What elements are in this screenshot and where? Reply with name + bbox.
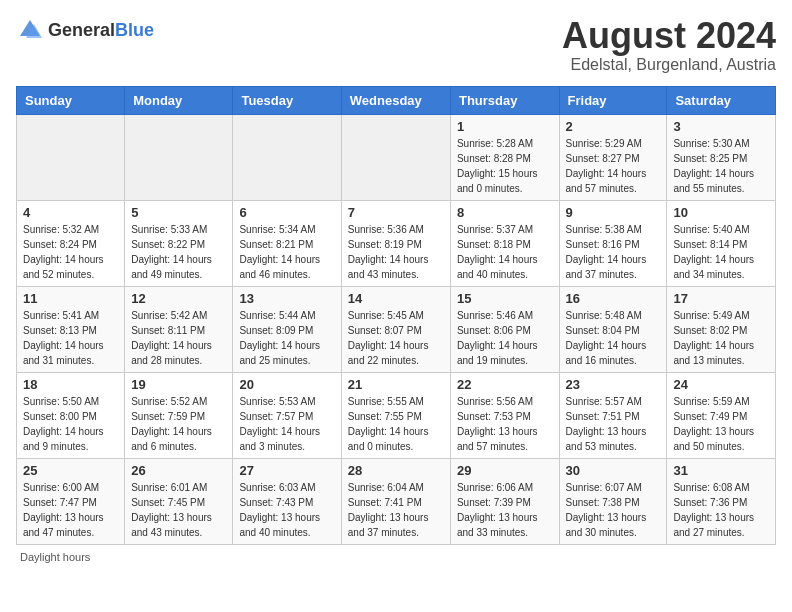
- day-number: 31: [673, 463, 769, 478]
- day-info: Sunrise: 5:56 AM Sunset: 7:53 PM Dayligh…: [457, 394, 553, 454]
- day-info: Sunrise: 5:50 AM Sunset: 8:00 PM Dayligh…: [23, 394, 118, 454]
- calendar-cell: 27Sunrise: 6:03 AM Sunset: 7:43 PM Dayli…: [233, 458, 341, 544]
- day-number: 11: [23, 291, 118, 306]
- calendar-cell: 7Sunrise: 5:36 AM Sunset: 8:19 PM Daylig…: [341, 200, 450, 286]
- day-info: Sunrise: 6:01 AM Sunset: 7:45 PM Dayligh…: [131, 480, 226, 540]
- logo-icon: [16, 16, 44, 44]
- day-info: Sunrise: 5:29 AM Sunset: 8:27 PM Dayligh…: [566, 136, 661, 196]
- calendar-week-row: 4Sunrise: 5:32 AM Sunset: 8:24 PM Daylig…: [17, 200, 776, 286]
- day-number: 29: [457, 463, 553, 478]
- day-number: 20: [239, 377, 334, 392]
- day-info: Sunrise: 5:32 AM Sunset: 8:24 PM Dayligh…: [23, 222, 118, 282]
- calendar-cell: 1Sunrise: 5:28 AM Sunset: 8:28 PM Daylig…: [450, 114, 559, 200]
- day-number: 5: [131, 205, 226, 220]
- calendar-header-row: SundayMondayTuesdayWednesdayThursdayFrid…: [17, 86, 776, 114]
- day-info: Sunrise: 5:34 AM Sunset: 8:21 PM Dayligh…: [239, 222, 334, 282]
- footer-note: Daylight hours: [16, 551, 776, 563]
- weekday-header: Monday: [125, 86, 233, 114]
- calendar-cell: 11Sunrise: 5:41 AM Sunset: 8:13 PM Dayli…: [17, 286, 125, 372]
- day-info: Sunrise: 5:57 AM Sunset: 7:51 PM Dayligh…: [566, 394, 661, 454]
- weekday-header: Sunday: [17, 86, 125, 114]
- day-number: 8: [457, 205, 553, 220]
- day-info: Sunrise: 5:28 AM Sunset: 8:28 PM Dayligh…: [457, 136, 553, 196]
- day-number: 19: [131, 377, 226, 392]
- calendar-week-row: 11Sunrise: 5:41 AM Sunset: 8:13 PM Dayli…: [17, 286, 776, 372]
- weekday-header: Tuesday: [233, 86, 341, 114]
- day-number: 28: [348, 463, 444, 478]
- logo-general: General: [48, 20, 115, 40]
- logo-blue: Blue: [115, 20, 154, 40]
- weekday-header: Thursday: [450, 86, 559, 114]
- day-number: 3: [673, 119, 769, 134]
- day-info: Sunrise: 5:53 AM Sunset: 7:57 PM Dayligh…: [239, 394, 334, 454]
- day-info: Sunrise: 5:49 AM Sunset: 8:02 PM Dayligh…: [673, 308, 769, 368]
- day-info: Sunrise: 5:59 AM Sunset: 7:49 PM Dayligh…: [673, 394, 769, 454]
- day-number: 7: [348, 205, 444, 220]
- calendar-cell: 6Sunrise: 5:34 AM Sunset: 8:21 PM Daylig…: [233, 200, 341, 286]
- calendar-cell: 19Sunrise: 5:52 AM Sunset: 7:59 PM Dayli…: [125, 372, 233, 458]
- calendar-cell: 31Sunrise: 6:08 AM Sunset: 7:36 PM Dayli…: [667, 458, 776, 544]
- calendar-cell: 15Sunrise: 5:46 AM Sunset: 8:06 PM Dayli…: [450, 286, 559, 372]
- day-number: 2: [566, 119, 661, 134]
- page-header: GeneralBlue August 2024 Edelstal, Burgen…: [16, 16, 776, 74]
- weekday-header: Saturday: [667, 86, 776, 114]
- calendar-cell: 18Sunrise: 5:50 AM Sunset: 8:00 PM Dayli…: [17, 372, 125, 458]
- day-info: Sunrise: 5:44 AM Sunset: 8:09 PM Dayligh…: [239, 308, 334, 368]
- weekday-header: Friday: [559, 86, 667, 114]
- day-number: 6: [239, 205, 334, 220]
- day-number: 21: [348, 377, 444, 392]
- day-number: 13: [239, 291, 334, 306]
- day-info: Sunrise: 5:48 AM Sunset: 8:04 PM Dayligh…: [566, 308, 661, 368]
- day-info: Sunrise: 5:38 AM Sunset: 8:16 PM Dayligh…: [566, 222, 661, 282]
- day-info: Sunrise: 5:41 AM Sunset: 8:13 PM Dayligh…: [23, 308, 118, 368]
- day-info: Sunrise: 5:33 AM Sunset: 8:22 PM Dayligh…: [131, 222, 226, 282]
- calendar-cell: 5Sunrise: 5:33 AM Sunset: 8:22 PM Daylig…: [125, 200, 233, 286]
- day-info: Sunrise: 6:06 AM Sunset: 7:39 PM Dayligh…: [457, 480, 553, 540]
- day-info: Sunrise: 5:52 AM Sunset: 7:59 PM Dayligh…: [131, 394, 226, 454]
- day-number: 16: [566, 291, 661, 306]
- day-info: Sunrise: 5:36 AM Sunset: 8:19 PM Dayligh…: [348, 222, 444, 282]
- calendar-cell: 14Sunrise: 5:45 AM Sunset: 8:07 PM Dayli…: [341, 286, 450, 372]
- day-number: 9: [566, 205, 661, 220]
- calendar-table: SundayMondayTuesdayWednesdayThursdayFrid…: [16, 86, 776, 545]
- day-number: 24: [673, 377, 769, 392]
- calendar-cell: [341, 114, 450, 200]
- day-number: 15: [457, 291, 553, 306]
- calendar-cell: 4Sunrise: 5:32 AM Sunset: 8:24 PM Daylig…: [17, 200, 125, 286]
- calendar-cell: 22Sunrise: 5:56 AM Sunset: 7:53 PM Dayli…: [450, 372, 559, 458]
- weekday-header: Wednesday: [341, 86, 450, 114]
- calendar-cell: 8Sunrise: 5:37 AM Sunset: 8:18 PM Daylig…: [450, 200, 559, 286]
- calendar-cell: [233, 114, 341, 200]
- title-block: August 2024 Edelstal, Burgenland, Austri…: [562, 16, 776, 74]
- day-info: Sunrise: 5:37 AM Sunset: 8:18 PM Dayligh…: [457, 222, 553, 282]
- day-number: 14: [348, 291, 444, 306]
- day-info: Sunrise: 5:46 AM Sunset: 8:06 PM Dayligh…: [457, 308, 553, 368]
- calendar-cell: 24Sunrise: 5:59 AM Sunset: 7:49 PM Dayli…: [667, 372, 776, 458]
- calendar-cell: 3Sunrise: 5:30 AM Sunset: 8:25 PM Daylig…: [667, 114, 776, 200]
- day-info: Sunrise: 6:07 AM Sunset: 7:38 PM Dayligh…: [566, 480, 661, 540]
- day-number: 4: [23, 205, 118, 220]
- calendar-week-row: 25Sunrise: 6:00 AM Sunset: 7:47 PM Dayli…: [17, 458, 776, 544]
- calendar-cell: [17, 114, 125, 200]
- day-number: 18: [23, 377, 118, 392]
- calendar-cell: 28Sunrise: 6:04 AM Sunset: 7:41 PM Dayli…: [341, 458, 450, 544]
- day-info: Sunrise: 6:04 AM Sunset: 7:41 PM Dayligh…: [348, 480, 444, 540]
- calendar-cell: 10Sunrise: 5:40 AM Sunset: 8:14 PM Dayli…: [667, 200, 776, 286]
- day-number: 25: [23, 463, 118, 478]
- day-info: Sunrise: 5:30 AM Sunset: 8:25 PM Dayligh…: [673, 136, 769, 196]
- day-number: 27: [239, 463, 334, 478]
- calendar-cell: 26Sunrise: 6:01 AM Sunset: 7:45 PM Dayli…: [125, 458, 233, 544]
- day-number: 1: [457, 119, 553, 134]
- calendar-week-row: 1Sunrise: 5:28 AM Sunset: 8:28 PM Daylig…: [17, 114, 776, 200]
- logo-text: GeneralBlue: [48, 20, 154, 41]
- calendar-cell: 23Sunrise: 5:57 AM Sunset: 7:51 PM Dayli…: [559, 372, 667, 458]
- day-number: 12: [131, 291, 226, 306]
- calendar-cell: 13Sunrise: 5:44 AM Sunset: 8:09 PM Dayli…: [233, 286, 341, 372]
- calendar-cell: 29Sunrise: 6:06 AM Sunset: 7:39 PM Dayli…: [450, 458, 559, 544]
- day-info: Sunrise: 5:55 AM Sunset: 7:55 PM Dayligh…: [348, 394, 444, 454]
- calendar-cell: 25Sunrise: 6:00 AM Sunset: 7:47 PM Dayli…: [17, 458, 125, 544]
- main-title: August 2024: [562, 16, 776, 56]
- day-info: Sunrise: 5:45 AM Sunset: 8:07 PM Dayligh…: [348, 308, 444, 368]
- day-info: Sunrise: 6:00 AM Sunset: 7:47 PM Dayligh…: [23, 480, 118, 540]
- calendar-cell: 2Sunrise: 5:29 AM Sunset: 8:27 PM Daylig…: [559, 114, 667, 200]
